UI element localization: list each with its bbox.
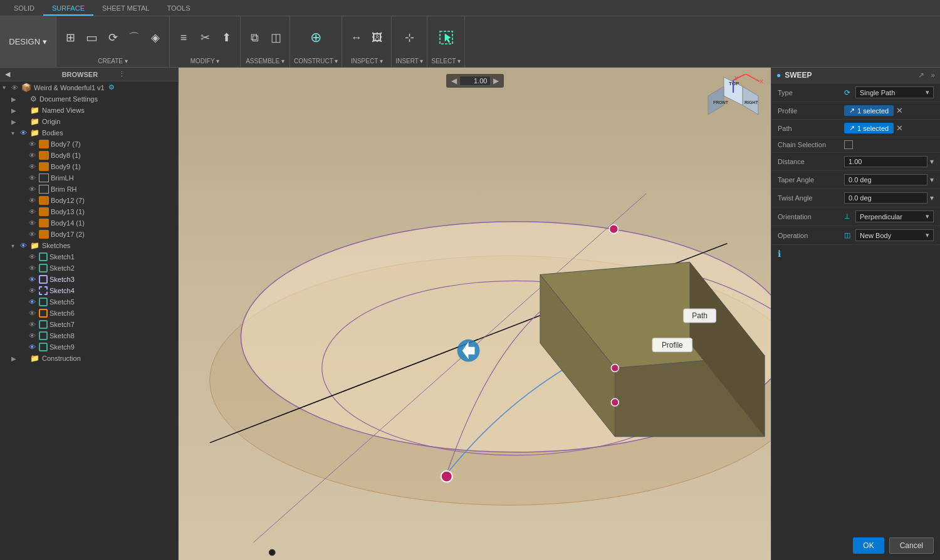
cancel-button[interactable]: Cancel [889,537,934,554]
insert-btn[interactable]: ⊹ [399,30,419,45]
inspect-display-btn[interactable]: 🖼 [367,30,387,45]
taper-angle-input[interactable]: 0.0 deg [844,174,927,185]
body17-eye[interactable]: 👁 [29,231,39,238]
modify-delete-btn[interactable]: ✂ [195,30,215,45]
tree-sketch1[interactable]: 👁 Sketch1 [0,251,178,262]
tab-surface[interactable]: SURFACE [43,2,93,16]
distance-dd-arrow[interactable]: ▾ [930,157,934,166]
inspect-measure-btn[interactable]: ↔ [346,30,366,45]
assemble-joint-btn[interactable]: ⧉ [244,30,264,45]
type-dropdown[interactable]: Single Path ▾ [855,86,934,98]
tree-doc-settings[interactable]: ▶ ⚙ Document Settings [0,93,178,105]
create-sweep-btn[interactable]: ⌒ [124,30,144,45]
bodies-eye[interactable]: 👁 [20,129,30,137]
assemble-motion-btn[interactable]: ◫ [266,30,286,45]
modify-press-pull-btn[interactable]: ≡ [174,30,194,45]
body7-eye[interactable]: 👁 [29,140,39,148]
create-new-component-btn[interactable]: ⊞ [60,30,80,45]
tree-sketch4[interactable]: 👁 Sketch4 [0,285,178,296]
tree-sketch8[interactable]: 👁 Sketch8 [0,330,178,341]
sketch9-eye[interactable]: 👁 [29,343,39,351]
body8-eye[interactable]: 👁 [29,152,39,159]
tab-sheet-metal[interactable]: SHEET METAL [93,2,158,16]
sketch2-eye[interactable]: 👁 [29,264,39,272]
sketches-eye[interactable]: 👁 [20,242,30,249]
svg-point-13 [441,471,452,482]
profile-clear-btn[interactable]: ✕ [896,106,903,115]
tree-body13[interactable]: 👁 Body13 (1) [0,206,178,217]
brimrh-eye[interactable]: 👁 [29,185,39,193]
twist-angle-input[interactable]: 0.0 deg [844,192,927,204]
taper-dd-arrow[interactable]: ▾ [930,175,934,184]
create-extrude-btn[interactable]: ▭ [81,29,102,46]
sketch6-eye[interactable]: 👁 [29,309,39,317]
viewport[interactable]: ◀ 1.00 ▶ [179,68,771,560]
tree-origin[interactable]: ▶ 📁 Origin [0,116,178,127]
modify-thicken-btn[interactable]: ⬆ [216,30,236,45]
body8-icon [39,151,49,160]
construct-btn[interactable]: ⊕ [306,29,326,46]
panel-orientation-row: Orientation ⊥ Perpendicular ▾ [771,207,940,226]
body12-eye[interactable]: 👁 [29,197,39,204]
sketch4-eye[interactable]: 👁 [29,287,39,294]
sketch3-eye[interactable]: 👁 [29,276,39,283]
path-value: ↗ 1 selected ✕ [844,123,934,133]
toolbar-section-select: SELECT ▾ [427,16,465,67]
sketch1-eye[interactable]: 👁 [29,253,39,261]
design-button[interactable]: DESIGN ▾ [0,16,56,67]
tree-body12[interactable]: 👁 Body12 (7) [0,195,178,206]
tree-sketch5[interactable]: 👁 Sketch5 [0,296,178,308]
create-revolve-btn[interactable]: ⟳ [103,30,123,45]
body14-eye[interactable]: 👁 [29,219,39,227]
tree-sketch9[interactable]: 👁 Sketch9 [0,341,178,353]
svg-marker-1 [445,34,451,43]
twist-dd-arrow[interactable]: ▾ [930,194,934,202]
tab-solid[interactable]: SOLID [5,2,43,16]
distance-input[interactable]: 1.00 [844,156,927,167]
sketch7-eye[interactable]: 👁 [29,321,39,328]
create-loft-btn[interactable]: ◈ [145,30,165,45]
tree-body9[interactable]: 👁 Body9 (1) [0,161,178,172]
tree-bodies-folder[interactable]: ▾ 👁 📁 Bodies [0,127,178,138]
tree-brimrh[interactable]: 👁 Brim RH [0,184,178,195]
tree-sketch7[interactable]: 👁 Sketch7 [0,319,178,330]
browser-expand-btn[interactable]: ⋮ [118,70,173,78]
operation-dropdown[interactable]: New Body ▾ [855,229,934,241]
browser-collapse-btn[interactable]: ◀ [5,70,60,78]
tree-construction[interactable]: ▶ 📁 Construction [0,353,178,364]
tree-sketch2[interactable]: 👁 Sketch2 [0,262,178,274]
ok-button[interactable]: OK [853,537,884,554]
browser-tree: ▾ 👁 📦 Weird & Wonderful1 v1 ⚙ ▶ ⚙ Docume… [0,81,178,560]
orientation-dropdown[interactable]: Perpendicular ▾ [855,210,934,222]
profile-selected-badge[interactable]: ↗ 1 selected [844,105,894,116]
browser-root-item[interactable]: ▾ 👁 📦 Weird & Wonderful1 v1 ⚙ [0,81,178,93]
sketch5-eye[interactable]: 👁 [29,298,39,306]
panel-pin-btn[interactable]: ↗ [918,71,924,80]
tree-sketches-folder[interactable]: ▾ 👁 📁 Sketches [0,240,178,251]
tree-named-views[interactable]: ▶ 📁 Named Views [0,105,178,116]
brimlh-eye[interactable]: 👁 [29,174,39,182]
info-icon[interactable]: ℹ [778,249,781,259]
tree-body8[interactable]: 👁 Body8 (1) [0,150,178,161]
tree-body7[interactable]: 👁 Body7 (7) [0,138,178,150]
root-settings-icon[interactable]: ⚙ [108,83,115,91]
tree-sketch3[interactable]: 👁 Sketch3 [0,274,178,285]
tree-sketch6[interactable]: 👁 Sketch6 [0,308,178,319]
path-selected-badge[interactable]: ↗ 1 selected [844,123,894,133]
tree-brimlh[interactable]: 👁 BrimLH [0,172,178,184]
orientation-label: Orientation [778,213,840,220]
path-clear-btn[interactable]: ✕ [896,124,903,132]
view-cube[interactable]: TOP FRONT RIGHT Y Z X [702,74,765,137]
root-eye[interactable]: 👁 [11,84,21,91]
tree-body14[interactable]: 👁 Body14 (1) [0,217,178,229]
sketch8-eye[interactable]: 👁 [29,332,39,340]
panel-expand-btn[interactable]: » [931,71,935,80]
select-btn[interactable] [434,27,458,48]
tab-tools[interactable]: TOOLS [158,2,199,16]
tree-body17[interactable]: 👁 Body17 (2) [0,229,178,240]
root-folder-icon: 📦 [21,83,31,92]
body12-icon [39,196,49,205]
body13-eye[interactable]: 👁 [29,208,39,215]
chain-checkbox[interactable] [844,140,853,149]
body9-eye[interactable]: 👁 [29,163,39,170]
